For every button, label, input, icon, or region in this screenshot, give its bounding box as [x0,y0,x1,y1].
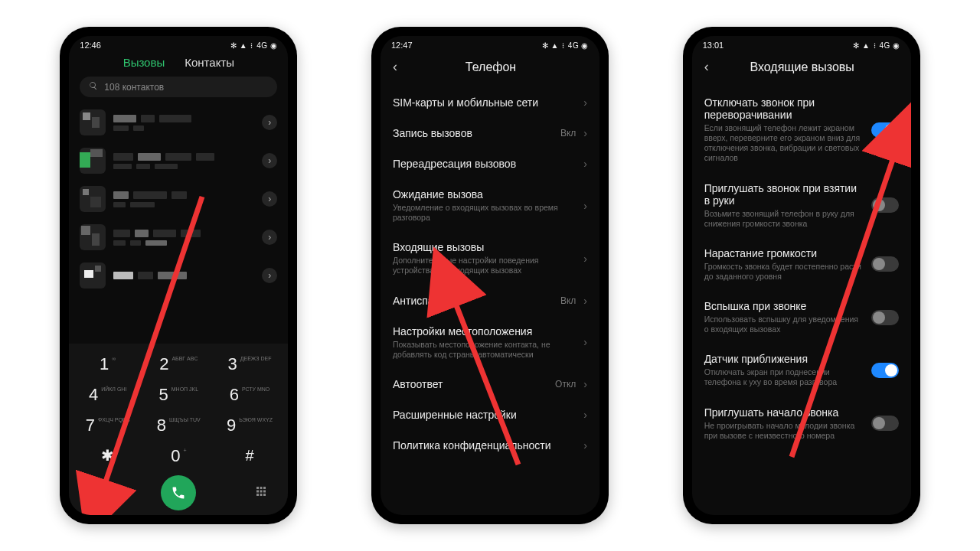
settings-row[interactable]: Ожидание вызоваУведомление о входящих вы… [393,179,587,232]
row-subtitle: Отключать экран при поднесении телефона … [704,367,864,387]
chevron-right-icon: › [583,253,587,265]
menu-icon[interactable] [89,484,103,501]
dialer: 1∞ 2АБВГ ABC 3ДЕЁЖЗ DEF 4ИЙКЛ GHI 5МНОП … [69,344,288,477]
row-subtitle: Если звонящий телефон лежит экраном ввер… [704,123,864,164]
key-8[interactable]: 8ШЩЪЫ TUV [143,409,214,440]
tab-calls[interactable]: Вызовы [123,56,165,69]
chevron-right-icon[interactable]: › [262,230,277,245]
redacted-text [113,230,254,246]
row-title: Запись вызовов [393,127,553,139]
dialpad-icon[interactable] [254,484,268,501]
settings-row[interactable]: Вспышка при звонкеИспользовать вспышку д… [704,291,899,344]
settings-row[interactable]: Настройки местоположенияПоказывать место… [393,316,587,369]
chevron-right-icon[interactable]: › [262,191,277,207]
row-title: Автоответ [393,378,547,390]
settings-row[interactable]: Политика конфиденциальности› [393,430,587,461]
status-bar: 13:01 ✻ ▲ ⫶ 4G ◉ [692,36,911,51]
status-icons: ✻ ▲ ⫶ 4G ◉ [853,41,900,50]
toggle[interactable] [871,363,899,378]
list-item[interactable]: › [77,142,280,180]
chevron-right-icon: › [583,409,587,421]
clock: 12:46 [80,41,101,50]
header: ‹ Телефон [381,51,599,87]
settings-row[interactable]: Отключать звонок при переворачиванииЕсли… [704,87,899,173]
tab-contacts[interactable]: Контакты [185,56,234,69]
clock: 12:47 [391,41,413,50]
phone-2-frame: 12:47 ✻ ▲ ⫶ 4G ◉ ‹ Телефон SIM-карты и м… [371,27,609,524]
row-title: Расширенные настройки [393,409,576,421]
chevron-right-icon[interactable]: › [262,115,277,130]
row-title: Отключать звонок при переворачивании [704,96,864,121]
settings-row[interactable]: Приглушать начало звонкаНе проигрывать н… [704,397,899,450]
chevron-right-icon: › [583,200,587,212]
status-bar: 12:47 ✻ ▲ ⫶ 4G ◉ [381,36,599,51]
page-title: Входящие вызовы [701,60,903,74]
settings-row[interactable]: SIM-карты и мобильные сети› [393,87,587,118]
settings-list: Отключать звонок при переворачиванииЕсли… [692,87,911,450]
search-icon [89,81,98,93]
toggle[interactable] [871,256,899,272]
call-button[interactable] [161,475,196,510]
settings-row[interactable]: Запись вызововВкл› [393,118,587,148]
redacted-text [113,153,254,169]
search-input[interactable]: 108 контактов [80,77,277,97]
key-6[interactable]: 6РСТУ MNO [214,379,286,409]
row-title: Приглушать начало звонка [704,406,864,419]
settings-row[interactable]: АнтиспамВкл› [393,285,587,316]
list-item[interactable]: › [77,103,280,142]
row-title: Вспышка при звонке [704,300,864,312]
toggle[interactable] [871,416,899,431]
chevron-right-icon[interactable]: › [262,153,277,168]
row-subtitle: Уведомление о входящих вызовах во время … [393,203,576,223]
row-subtitle: Возьмите звонящий телефон в руку для сни… [704,209,864,229]
toggle[interactable] [871,197,899,213]
row-value: Откл [555,379,576,390]
phone-3-screen: 13:01 ✻ ▲ ⫶ 4G ◉ ‹ Входящие вызовы Отклю… [692,36,911,515]
row-title: Входящие вызовы [393,241,576,253]
key-5[interactable]: 5МНОП JKL [143,379,214,409]
status-bar: 12:46 ✻ ▲ ⫶ 4G ◉ [69,36,288,51]
row-title: Антиспам [393,295,553,307]
row-title: Ожидание вызова [393,188,576,201]
key-0[interactable]: 0+ [143,440,214,471]
chevron-right-icon: › [583,295,587,307]
list-item[interactable]: › [77,180,280,218]
settings-row[interactable]: Расширенные настройки› [393,399,587,430]
avatar [80,224,106,250]
header: ‹ Входящие вызовы [692,51,911,87]
settings-row[interactable]: Датчик приближенияОтключать экран при по… [704,344,899,396]
key-star[interactable]: ✱ [72,440,143,471]
key-2[interactable]: 2АБВГ ABC [143,348,214,379]
settings-row[interactable]: Нарастание громкостиГромкость звонка буд… [704,238,899,291]
phone-1-frame: 12:46 ✻ ▲ ⫶ 4G ◉ Вызовы Контакты 108 кон… [60,27,297,524]
key-hash[interactable]: # [214,440,286,471]
call-log-list: › › › [69,103,288,295]
avatar [80,262,106,289]
settings-row[interactable]: Переадресация вызовов› [393,148,587,179]
redacted-text [113,272,254,279]
key-3[interactable]: 3ДЕЁЖЗ DEF [214,348,286,379]
phone-2-screen: 12:47 ✻ ▲ ⫶ 4G ◉ ‹ Телефон SIM-карты и м… [381,36,599,515]
chevron-right-icon[interactable]: › [262,268,277,283]
list-item[interactable]: › [77,256,280,295]
chevron-right-icon: › [583,336,587,348]
list-item[interactable]: › [77,218,280,256]
key-7[interactable]: 7ФХЦЧ PQRS [72,409,143,440]
toggle[interactable] [871,310,899,325]
row-title: Настройки местоположения [393,325,576,337]
settings-row[interactable]: АвтоответОткл› [393,369,587,399]
toggle[interactable] [871,122,899,138]
key-1[interactable]: 1∞ [72,348,143,379]
redacted-text [113,191,254,207]
stage: 12:46 ✻ ▲ ⫶ 4G ◉ Вызовы Контакты 108 кон… [0,0,980,551]
key-4[interactable]: 4ИЙКЛ GHI [72,379,143,409]
row-value: Вкл [560,128,576,139]
redacted-text [113,115,254,131]
settings-row[interactable]: Входящие вызовыДополнительные настройки … [393,232,587,285]
settings-row[interactable]: Приглушать звонок при взятии в рукиВозьм… [704,173,899,238]
status-icons: ✻ ▲ ⫶ 4G ◉ [230,41,277,50]
phone-3-frame: 13:01 ✻ ▲ ⫶ 4G ◉ ‹ Входящие вызовы Отклю… [683,27,920,524]
chevron-right-icon: › [583,96,587,109]
row-subtitle: Не проигрывать начало мелодии звонка при… [704,421,864,441]
key-9[interactable]: 9ЬЭЮЯ WXYZ [214,409,286,440]
